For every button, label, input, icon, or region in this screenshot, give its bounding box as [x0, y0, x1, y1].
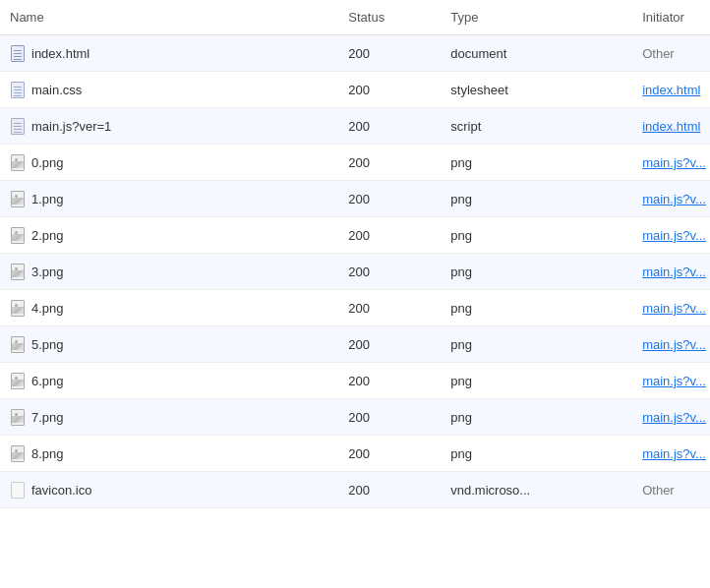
- file-icon: [10, 335, 26, 353]
- name-cell: 6.png: [0, 363, 338, 399]
- file-name: main.js?ver=1: [31, 119, 111, 134]
- file-name: 4.png: [31, 301, 64, 316]
- status-cell: 200: [338, 326, 441, 363]
- file-icon: [10, 481, 26, 499]
- initiator-cell[interactable]: main.js?v...: [632, 436, 710, 472]
- file-name: index.html: [31, 46, 89, 61]
- type-cell: png: [441, 290, 632, 326]
- css-file-icon: [11, 82, 25, 98]
- initiator-cell: Other: [632, 35, 710, 72]
- initiator-link[interactable]: main.js?v...: [642, 155, 706, 170]
- table-row: main.css 200stylesheetindex.html: [0, 72, 710, 108]
- table-row: 8.png 200pngmain.js?v...: [0, 436, 710, 472]
- img-file-icon: [11, 336, 25, 353]
- table-row: 4.png 200pngmain.js?v...: [0, 290, 710, 326]
- initiator-cell[interactable]: main.js?v...: [632, 217, 710, 254]
- name-cell: 7.png: [0, 399, 338, 436]
- initiator-cell[interactable]: main.js?v...: [632, 399, 710, 436]
- header-name: Name: [0, 0, 338, 35]
- table-row: 3.png 200pngmain.js?v...: [0, 254, 710, 290]
- status-cell: 200: [338, 145, 441, 181]
- initiator-cell[interactable]: main.js?v...: [632, 326, 710, 363]
- initiator-cell[interactable]: main.js?v...: [632, 254, 710, 290]
- table-row: main.js?ver=1 200scriptindex.html: [0, 108, 710, 145]
- name-cell: main.js?ver=1: [0, 108, 338, 145]
- initiator-link[interactable]: main.js?v...: [642, 228, 706, 243]
- status-cell: 200: [338, 72, 441, 108]
- status-cell: 200: [338, 217, 441, 254]
- type-cell: png: [441, 181, 632, 217]
- ico-file-icon: [11, 482, 25, 499]
- initiator-link[interactable]: main.js?v...: [642, 446, 706, 461]
- initiator-cell[interactable]: index.html: [632, 108, 710, 145]
- status-cell: 200: [338, 399, 441, 436]
- status-cell: 200: [338, 436, 441, 472]
- status-cell: 200: [338, 290, 441, 326]
- file-name: main.css: [31, 83, 82, 97]
- type-cell: png: [441, 326, 632, 363]
- file-name: 1.png: [31, 192, 64, 206]
- img-file-icon: [11, 154, 25, 171]
- file-name: 0.png: [31, 155, 64, 170]
- file-icon: [10, 153, 26, 171]
- type-cell: png: [441, 145, 632, 181]
- file-icon: [10, 444, 26, 462]
- initiator-link[interactable]: index.html: [642, 119, 700, 134]
- table-row: 7.png 200pngmain.js?v...: [0, 399, 710, 436]
- table-row: favicon.ico 200vnd.microso...Other: [0, 472, 710, 508]
- initiator-cell[interactable]: main.js?v...: [632, 145, 710, 181]
- initiator-link[interactable]: main.js?v...: [642, 374, 706, 388]
- header-type: Type: [441, 0, 632, 35]
- file-name: 6.png: [31, 374, 64, 388]
- name-cell: favicon.ico: [0, 472, 338, 508]
- type-cell: png: [441, 217, 632, 254]
- table-row: 6.png 200pngmain.js?v...: [0, 363, 710, 399]
- name-cell: 5.png: [0, 326, 338, 363]
- header-initiator: Initiator: [632, 0, 710, 35]
- initiator-link[interactable]: main.js?v...: [642, 192, 706, 206]
- img-file-icon: [11, 191, 25, 207]
- img-file-icon: [11, 373, 25, 389]
- file-icon: [10, 299, 26, 317]
- status-cell: 200: [338, 35, 441, 72]
- status-cell: 200: [338, 108, 441, 145]
- file-icon: [10, 263, 26, 280]
- type-cell: png: [441, 399, 632, 436]
- img-file-icon: [11, 300, 25, 317]
- name-cell: 3.png: [0, 254, 338, 290]
- header-status: Status: [338, 0, 441, 35]
- file-icon: [10, 190, 26, 207]
- initiator-link[interactable]: index.html: [642, 83, 700, 97]
- initiator-link[interactable]: main.js?v...: [642, 265, 706, 279]
- type-cell: document: [441, 35, 632, 72]
- initiator-link[interactable]: main.js?v...: [642, 410, 706, 425]
- initiator-link[interactable]: main.js?v...: [642, 301, 706, 316]
- name-cell: index.html: [0, 35, 338, 72]
- status-cell: 200: [338, 472, 441, 508]
- file-icon: [10, 408, 26, 426]
- table-row: 2.png 200pngmain.js?v...: [0, 217, 710, 254]
- type-cell: script: [441, 108, 632, 145]
- initiator-link[interactable]: main.js?v...: [642, 337, 706, 352]
- initiator-cell[interactable]: index.html: [632, 72, 710, 108]
- file-name: 7.png: [31, 410, 64, 425]
- name-cell: 1.png: [0, 181, 338, 217]
- img-file-icon: [11, 409, 25, 426]
- initiator-cell[interactable]: main.js?v...: [632, 181, 710, 217]
- file-icon: [10, 117, 26, 135]
- file-name: favicon.ico: [31, 483, 91, 498]
- file-name: 2.png: [31, 228, 64, 243]
- initiator-cell[interactable]: main.js?v...: [632, 363, 710, 399]
- img-file-icon: [11, 445, 25, 462]
- file-icon: [10, 81, 26, 98]
- file-icon: [10, 44, 26, 62]
- js-file-icon: [11, 118, 25, 135]
- status-cell: 200: [338, 363, 441, 399]
- html-file-icon: [11, 45, 25, 62]
- type-cell: png: [441, 436, 632, 472]
- type-cell: stylesheet: [441, 72, 632, 108]
- initiator-cell[interactable]: main.js?v...: [632, 290, 710, 326]
- img-file-icon: [11, 264, 25, 280]
- status-cell: 200: [338, 254, 441, 290]
- table-row: 0.png 200pngmain.js?v...: [0, 145, 710, 181]
